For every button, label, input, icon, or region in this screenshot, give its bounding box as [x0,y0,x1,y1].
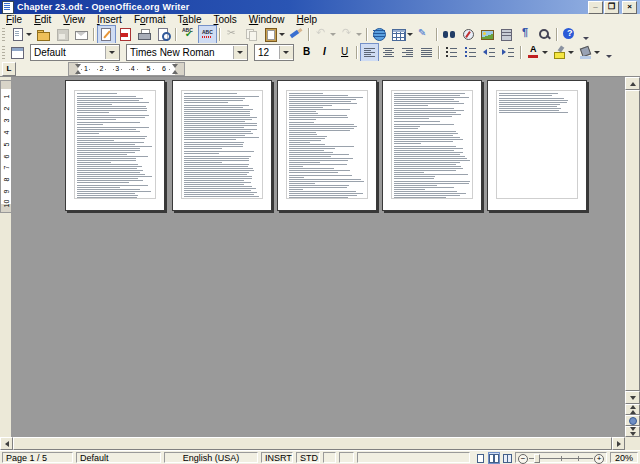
format-paintbrush-button[interactable] [287,25,306,44]
dropdown-arrow-icon[interactable] [406,28,413,41]
dropdown-arrow-icon[interactable] [355,28,362,41]
find-replace-button[interactable] [440,25,459,44]
highlighting-button[interactable] [550,43,576,62]
scroll-down-button[interactable] [625,391,640,404]
dropdown-arrow-icon[interactable] [541,46,548,59]
view-book-button[interactable] [502,452,514,464]
table-button[interactable] [389,25,415,44]
justified-button[interactable] [417,43,436,62]
numbered-list-button[interactable] [442,43,461,62]
navigator-button[interactable] [459,25,478,44]
scroll-up-button[interactable] [625,77,640,90]
draw-functions-button[interactable] [415,25,434,44]
dropdown-arrow-icon[interactable] [593,46,600,59]
align-center-button[interactable] [379,43,398,62]
document-as-email-button[interactable] [72,25,91,44]
document-page-2[interactable] [172,80,272,211]
underline-button[interactable] [335,43,354,62]
toolbar-grip[interactable] [2,46,5,59]
status-page-number[interactable]: Page 1 / 5 [2,452,73,463]
indent-marker[interactable] [172,70,178,74]
restore-button[interactable]: ❐ [604,1,619,14]
indent-marker[interactable] [172,64,178,68]
help-button[interactable] [560,25,579,44]
font-name-combo[interactable]: Times New Roman [126,44,248,61]
view-single-page-button[interactable] [474,452,486,464]
page-preview-button[interactable] [154,25,173,44]
indent-marker[interactable] [75,64,81,68]
tab-stop-selector[interactable]: L [2,62,16,76]
document-page-4[interactable] [382,80,482,211]
status-zoom-level[interactable]: 20% [610,452,638,463]
status-modified-flag[interactable] [339,452,354,463]
status-page-style[interactable]: Default [76,452,161,463]
view-multiple-pages-button[interactable] [488,452,500,464]
bullet-list-button[interactable] [461,43,480,62]
decrease-indent-button[interactable] [480,43,499,62]
zoom-slider[interactable]: − + [515,452,607,463]
bold-button[interactable] [297,43,316,62]
status-selection-mode[interactable]: STD [296,452,320,463]
hyperlink-button[interactable] [370,25,389,44]
status-hyperlink-mode[interactable] [323,452,336,463]
gallery-button[interactable] [478,25,497,44]
autospellcheck-button[interactable] [198,25,217,44]
align-left-button[interactable] [360,43,379,62]
align-right-button[interactable] [398,43,417,62]
horizontal-ruler[interactable]: 123456 [68,62,185,76]
font-size-combo[interactable]: 12 [254,44,294,61]
background-color-button[interactable] [576,43,602,62]
minimize-button[interactable]: _ [588,1,603,14]
close-button[interactable]: × [622,1,637,14]
edit-file-button[interactable] [97,25,116,44]
next-page-button[interactable] [625,426,640,437]
indent-marker[interactable] [75,70,81,74]
combo-dropdown-icon[interactable] [105,46,119,59]
previous-page-button[interactable] [625,404,640,415]
scroll-right-button[interactable] [612,437,625,450]
new-document-button[interactable] [8,25,34,44]
status-insert-mode[interactable]: INSRT [261,452,293,463]
zoom-slider-thumb[interactable] [534,454,540,463]
vruler-number: 2 [3,104,10,112]
styles-and-formatting-button[interactable] [8,43,27,62]
document-page-1[interactable] [65,80,165,211]
export-pdf-button[interactable] [116,25,135,44]
toolbar-grip[interactable] [2,28,5,41]
zoom-button[interactable] [535,25,554,44]
document-page-5[interactable] [487,80,587,211]
vertical-scroll-thumb[interactable] [625,90,640,391]
paragraph-style-value[interactable]: Default [31,47,105,58]
vertical-ruler[interactable]: 12345678910 [0,77,12,437]
combo-dropdown-icon[interactable] [233,46,247,59]
print-button[interactable] [135,25,154,44]
dropdown-arrow-icon[interactable] [329,28,336,41]
status-language[interactable]: English (USA) [164,452,258,463]
italic-button[interactable] [316,43,335,62]
nonprinting-characters-button[interactable] [516,25,535,44]
scroll-left-button[interactable] [0,437,13,450]
paragraph-style-combo[interactable]: Default [30,44,120,61]
open-button[interactable] [34,25,53,44]
toolbar-overflow-button[interactable] [581,27,591,42]
navigation-button[interactable] [625,415,640,426]
font-color-button[interactable] [524,43,550,62]
increase-indent-button[interactable] [499,43,518,62]
combo-dropdown-icon[interactable] [279,46,293,59]
paste-button[interactable] [261,25,287,44]
dropdown-arrow-icon[interactable] [567,46,574,59]
document-page-3[interactable] [277,80,377,211]
zoom-in-icon[interactable]: + [594,454,604,464]
spellcheck-button[interactable] [179,25,198,44]
font-name-value[interactable]: Times New Roman [127,47,233,58]
document-canvas[interactable] [12,77,625,437]
horizontal-scroll-thumb[interactable] [13,437,612,450]
font-size-value[interactable]: 12 [255,47,279,58]
toolbar-overflow-button[interactable] [604,45,614,60]
vertical-scrollbar[interactable] [625,77,640,437]
zoom-out-icon[interactable]: − [518,454,528,464]
dropdown-arrow-icon[interactable] [25,28,32,41]
dropdown-arrow-icon[interactable] [278,28,285,41]
horizontal-scrollbar[interactable] [0,437,625,450]
data-sources-button[interactable] [497,25,516,44]
